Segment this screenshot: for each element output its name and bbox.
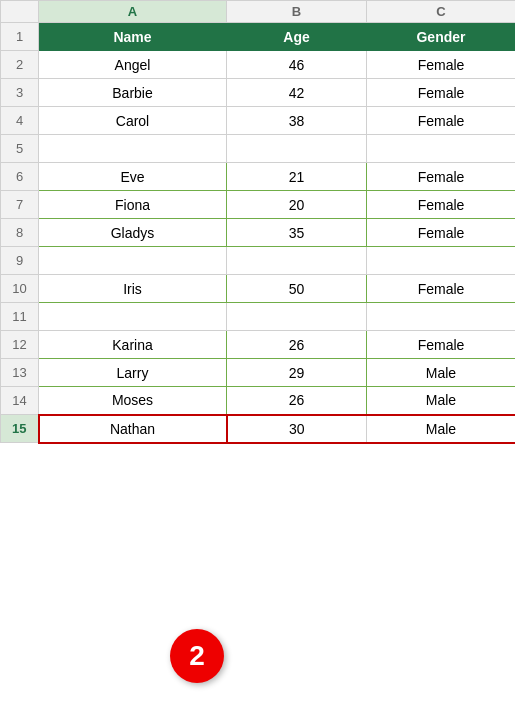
row-4-gender[interactable]: Female	[367, 107, 516, 135]
row-12-name[interactable]: Karina	[39, 331, 227, 359]
row-13-num: 13	[1, 359, 39, 387]
row-6-name[interactable]: Eve	[39, 163, 227, 191]
row-11-age	[227, 303, 367, 331]
row-2-name[interactable]: Angel	[39, 51, 227, 79]
row-2-num: 2	[1, 51, 39, 79]
col-c-header[interactable]: C	[367, 1, 516, 23]
row-5-num: 5	[1, 135, 39, 163]
row-8-num: 8	[1, 219, 39, 247]
row-14-name[interactable]: Moses	[39, 387, 227, 415]
col-a-header[interactable]: A	[39, 1, 227, 23]
row-9-name	[39, 247, 227, 275]
row-6-num: 6	[1, 163, 39, 191]
row-3-name[interactable]: Barbie	[39, 79, 227, 107]
row-10-num: 10	[1, 275, 39, 303]
row-8-gender[interactable]: Female	[367, 219, 516, 247]
row-8-name[interactable]: Gladys	[39, 219, 227, 247]
row-7-age[interactable]: 20	[227, 191, 367, 219]
row-2-age[interactable]: 46	[227, 51, 367, 79]
row-12-age[interactable]: 26	[227, 331, 367, 359]
row-11-name	[39, 303, 227, 331]
row-14-age[interactable]: 26	[227, 387, 367, 415]
row-10-age[interactable]: 50	[227, 275, 367, 303]
row-12-gender[interactable]: Female	[367, 331, 516, 359]
row-3-gender[interactable]: Female	[367, 79, 516, 107]
row-12-num: 12	[1, 331, 39, 359]
row-15-age[interactable]: 30	[227, 415, 367, 443]
row-4-age[interactable]: 38	[227, 107, 367, 135]
step-badge: 2	[170, 629, 224, 683]
row-10-name[interactable]: Iris	[39, 275, 227, 303]
header-age: Age	[227, 23, 367, 51]
row-num-corner	[1, 1, 39, 23]
row-11-gender	[367, 303, 516, 331]
row-9-gender	[367, 247, 516, 275]
row-5-name	[39, 135, 227, 163]
row-11-num: 11	[1, 303, 39, 331]
row-7-gender[interactable]: Female	[367, 191, 516, 219]
badge-container: 2	[170, 629, 224, 683]
row-9-num: 9	[1, 247, 39, 275]
row-14-gender[interactable]: Male	[367, 387, 516, 415]
row-3-num: 3	[1, 79, 39, 107]
header-name: Name	[39, 23, 227, 51]
row-2-gender[interactable]: Female	[367, 51, 516, 79]
row-7-name[interactable]: Fiona	[39, 191, 227, 219]
row-1-num: 1	[1, 23, 39, 51]
row-15-gender[interactable]: Male	[367, 415, 516, 443]
row-4-num: 4	[1, 107, 39, 135]
row-13-gender[interactable]: Male	[367, 359, 516, 387]
row-15-num: 15	[1, 415, 39, 443]
row-13-age[interactable]: 29	[227, 359, 367, 387]
row-14-num: 14	[1, 387, 39, 415]
row-6-age[interactable]: 21	[227, 163, 367, 191]
row-6-gender[interactable]: Female	[367, 163, 516, 191]
row-5-gender	[367, 135, 516, 163]
row-3-age[interactable]: 42	[227, 79, 367, 107]
row-13-name[interactable]: Larry	[39, 359, 227, 387]
row-15-name[interactable]: Nathan	[39, 415, 227, 443]
row-9-age	[227, 247, 367, 275]
col-b-header[interactable]: B	[227, 1, 367, 23]
row-4-name[interactable]: Carol	[39, 107, 227, 135]
row-10-gender[interactable]: Female	[367, 275, 516, 303]
row-7-num: 7	[1, 191, 39, 219]
row-8-age[interactable]: 35	[227, 219, 367, 247]
header-gender: Gender	[367, 23, 516, 51]
row-5-age	[227, 135, 367, 163]
spreadsheet: A B C 1 Name Age Gender 2Angel46Female3B…	[0, 0, 515, 725]
